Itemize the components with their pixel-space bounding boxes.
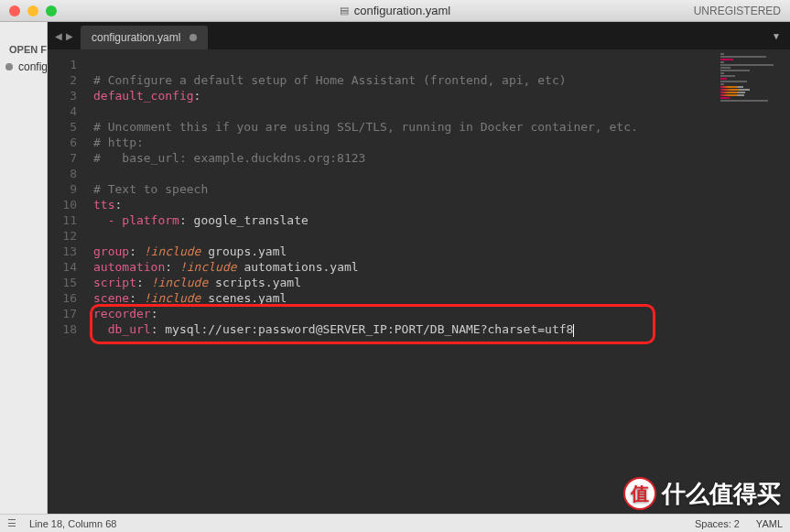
tab-nav: ◀ ▶	[48, 22, 81, 49]
line-number: 10	[48, 197, 77, 212]
code-line[interactable]	[93, 166, 790, 181]
nav-back-icon[interactable]: ◀	[55, 31, 62, 41]
registration-status: UNREGISTERED	[694, 5, 790, 17]
main-area: OPEN FILES configuration.yaml ◀ ▶ config…	[0, 22, 790, 514]
line-number-gutter: 123456789101112131415161718	[48, 49, 86, 514]
code-line[interactable]: default_config:	[93, 88, 790, 103]
maximize-window-button[interactable]	[46, 5, 57, 16]
status-bar: ☰ Line 18, Column 68 Spaces: 2 YAML	[0, 514, 790, 532]
line-number: 4	[48, 103, 77, 119]
code-line[interactable]: # http:	[93, 135, 790, 150]
line-number: 3	[48, 88, 77, 103]
line-number: 17	[48, 306, 77, 321]
close-window-button[interactable]	[9, 5, 20, 16]
sidebar-item-label: configuration.yaml	[18, 60, 48, 73]
indentation-setting[interactable]: Spaces: 2	[695, 518, 740, 529]
code-line[interactable]	[93, 103, 790, 119]
line-number: 12	[48, 228, 77, 244]
code-line[interactable]: db_url: mysql://user:password@SERVER_IP:…	[93, 321, 790, 337]
sidebar-item-file[interactable]: configuration.yaml	[0, 59, 47, 75]
line-number: 18	[48, 321, 77, 337]
tab-configuration[interactable]: configuration.yaml	[81, 26, 208, 49]
minimize-window-button[interactable]	[27, 5, 38, 16]
code-area[interactable]: # Configure a default setup of Home Assi…	[86, 49, 790, 514]
code-line[interactable]: # Configure a default setup of Home Assi…	[93, 72, 790, 88]
code-line[interactable]: - platform: google_translate	[93, 212, 790, 228]
cursor-position[interactable]: Line 18, Column 68	[29, 518, 116, 529]
line-number: 2	[48, 72, 77, 88]
code-line[interactable]: tts:	[93, 197, 790, 212]
editor-body[interactable]: 123456789101112131415161718 # Configure …	[48, 49, 790, 514]
tab-menu-button[interactable]: ▼	[763, 22, 790, 49]
line-number: 14	[48, 259, 77, 275]
line-number: 5	[48, 119, 77, 135]
code-line[interactable]: script: !include scripts.yaml	[93, 275, 790, 290]
file-icon: ▤	[340, 5, 349, 16]
window-title: ▤ configuration.yaml	[340, 4, 451, 17]
text-cursor	[573, 324, 574, 337]
code-line[interactable]: # base_url: example.duckdns.org:8123	[93, 150, 790, 166]
unsaved-dot-icon	[189, 34, 197, 41]
code-line[interactable]: # Uncomment this if you are using SSL/TL…	[93, 119, 790, 135]
sidebar-header: OPEN FILES	[0, 22, 47, 59]
line-number: 1	[48, 57, 77, 72]
code-line[interactable]: group: !include groups.yaml	[93, 244, 790, 259]
title-bar: ▤ configuration.yaml UNREGISTERED	[0, 0, 790, 22]
code-line[interactable]: scene: !include scenes.yaml	[93, 290, 790, 306]
nav-forward-icon[interactable]: ▶	[66, 31, 73, 41]
window-controls	[0, 5, 57, 16]
unsaved-dot-icon	[5, 63, 13, 71]
code-line[interactable]: recorder:	[93, 306, 790, 321]
minimap[interactable]	[717, 49, 790, 514]
window-title-text: configuration.yaml	[354, 4, 451, 17]
line-number: 7	[48, 150, 77, 166]
code-line[interactable]	[93, 57, 790, 72]
line-number: 8	[48, 166, 77, 181]
sidebar: OPEN FILES configuration.yaml	[0, 22, 48, 514]
editor: ◀ ▶ configuration.yaml ▼ 123456789101112…	[48, 22, 790, 514]
line-number: 16	[48, 290, 77, 306]
code-line[interactable]: automation: !include automations.yaml	[93, 259, 790, 275]
tab-bar: ◀ ▶ configuration.yaml ▼	[48, 22, 790, 49]
tab-label: configuration.yaml	[92, 31, 180, 44]
line-number: 6	[48, 135, 77, 150]
code-line[interactable]	[93, 228, 790, 244]
code-line[interactable]: # Text to speech	[93, 181, 790, 197]
line-number: 9	[48, 181, 77, 197]
line-number: 15	[48, 275, 77, 290]
syntax-setting[interactable]: YAML	[756, 518, 783, 529]
menu-icon[interactable]: ☰	[7, 517, 16, 529]
line-number: 13	[48, 244, 77, 259]
line-number: 11	[48, 212, 77, 228]
